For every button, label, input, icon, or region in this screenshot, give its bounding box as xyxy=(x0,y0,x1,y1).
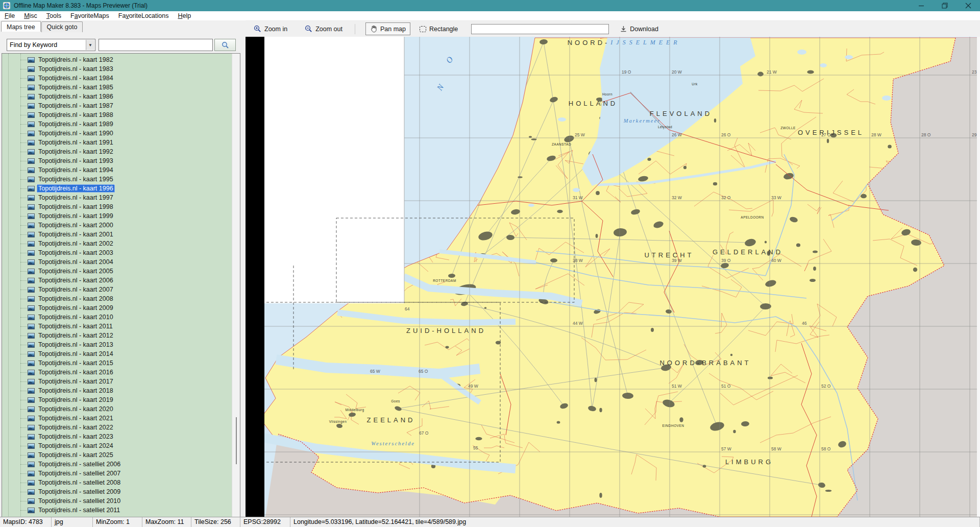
search-button[interactable] xyxy=(214,39,236,51)
tree-item[interactable]: Topotijdreis.nl - kaart 2020 xyxy=(2,404,232,414)
tree-item[interactable]: Topotijdreis.nl - kaart 2010 xyxy=(2,313,232,322)
tree-item-label: Topotijdreis.nl - kaart 2016 xyxy=(37,368,115,376)
coordinates-input[interactable] xyxy=(471,24,609,34)
tree-item-label: Topotijdreis.nl - kaart 1997 xyxy=(37,194,115,202)
tree-item-label: Topotijdreis.nl - kaart 1993 xyxy=(37,157,115,165)
tree-item[interactable]: Topotijdreis.nl - kaart 2009 xyxy=(2,303,232,313)
tree-item[interactable]: Topotijdreis.nl - kaart 1996 xyxy=(2,184,232,193)
tree-item[interactable]: Topotijdreis.nl - kaart 1989 xyxy=(2,119,232,129)
menu-item-misc[interactable]: Misc xyxy=(19,12,42,20)
map-label: ZWOLLE xyxy=(780,126,796,130)
tree-item[interactable]: Topotijdreis.nl - kaart 2015 xyxy=(2,358,232,368)
tree-item[interactable]: Topotijdreis.nl - kaart 2005 xyxy=(2,267,232,276)
pan-map-label: Pan map xyxy=(380,26,406,33)
tree-item[interactable]: Topotijdreis.nl - kaart 2017 xyxy=(2,377,232,386)
map-scrollbar[interactable] xyxy=(977,37,980,517)
tree-item[interactable]: Topotijdreis.nl - kaart 2022 xyxy=(2,423,232,432)
tree-item[interactable]: Topotijdreis.nl - kaart 1984 xyxy=(2,74,232,83)
tree-item[interactable]: Topotijdreis.nl - kaart 2025 xyxy=(2,450,232,460)
map-layer-icon xyxy=(28,489,35,495)
tree-item[interactable]: Topotijdreis.nl - kaart 1991 xyxy=(2,138,232,147)
chevron-down-icon[interactable]: ▼ xyxy=(86,40,94,50)
tree-item[interactable]: Topotijdreis.nl - kaart 1982 xyxy=(2,55,232,64)
tree-item[interactable]: Topotijdreis.nl - kaart 1998 xyxy=(2,202,232,211)
tree-item[interactable]: Topotijdreis.nl - satelliet 2010 xyxy=(2,496,232,506)
menu-item-favoritelocations[interactable]: FavoriteLocations xyxy=(114,12,174,20)
tree-item[interactable]: Topotijdreis.nl - satelliet 2007 xyxy=(2,469,232,478)
tree-connector xyxy=(20,106,27,106)
menu-item-favoritemaps[interactable]: FavoriteMaps xyxy=(66,12,114,20)
status-section: MapsID: 4783 xyxy=(0,517,52,527)
menu-item-help[interactable]: Help xyxy=(173,12,195,20)
tree-item[interactable]: Topotijdreis.nl - kaart 2014 xyxy=(2,349,232,358)
tree-item[interactable]: Topotijdreis.nl - kaart 2012 xyxy=(2,331,232,340)
tree-item[interactable]: Topotijdreis.nl - kaart 1993 xyxy=(2,156,232,165)
tree-item[interactable]: Topotijdreis.nl - kaart 2021 xyxy=(2,414,232,423)
tree-item[interactable]: Topotijdreis.nl - kaart 2013 xyxy=(2,340,232,349)
close-button[interactable] xyxy=(957,0,980,11)
tree-connector xyxy=(20,133,27,134)
map-label: 27 O xyxy=(821,132,831,137)
search-mode-select[interactable]: Find by Keyword ▼ xyxy=(7,39,95,51)
tree-scrollbar-thumb[interactable] xyxy=(236,417,237,464)
rectangle-icon xyxy=(420,26,426,32)
tree-item[interactable]: Topotijdreis.nl - satelliet 2011 xyxy=(2,506,232,515)
tree-item[interactable]: Topotijdreis.nl - kaart 2007 xyxy=(2,285,232,294)
tree-item[interactable]: Topotijdreis.nl - kaart 1994 xyxy=(2,165,232,175)
tree-connector xyxy=(20,409,27,410)
tree-item[interactable]: Topotijdreis.nl - kaart 2001 xyxy=(2,230,232,239)
tab-quick-goto[interactable]: Quick goto xyxy=(41,21,83,32)
tree-item[interactable]: Topotijdreis.nl - kaart 2016 xyxy=(2,368,232,377)
tree-item[interactable]: Topotijdreis.nl - kaart 1988 xyxy=(2,110,232,119)
minimize-button[interactable] xyxy=(910,0,933,11)
tree-item[interactable]: Topotijdreis.nl - kaart 2018 xyxy=(2,386,232,395)
map-layer-icon xyxy=(28,406,35,412)
tree-item[interactable]: Topotijdreis.nl - kaart 2006 xyxy=(2,276,232,285)
tree-item[interactable]: Topotijdreis.nl - kaart 1985 xyxy=(2,83,232,92)
tree-item[interactable]: Topotijdreis.nl - kaart 1992 xyxy=(2,147,232,156)
map-layer-icon xyxy=(28,397,35,403)
search-input[interactable] xyxy=(99,39,213,51)
tree-item[interactable]: Topotijdreis.nl - kaart 1983 xyxy=(2,64,232,74)
maximize-button[interactable] xyxy=(933,0,957,11)
tree-scrollbar[interactable] xyxy=(232,54,240,527)
tree-item[interactable]: Topotijdreis.nl - kaart 2019 xyxy=(2,395,232,404)
tree-item[interactable]: Topotijdreis.nl - satelliet 2006 xyxy=(2,460,232,469)
tab-maps-tree[interactable]: Maps tree xyxy=(1,21,41,32)
tree-item[interactable]: Topotijdreis.nl - kaart 1995 xyxy=(2,175,232,184)
tree-item[interactable]: Topotijdreis.nl - kaart 1986 xyxy=(2,92,232,101)
tree-item[interactable]: Topotijdreis.nl - kaart 1987 xyxy=(2,101,232,110)
zoom-out-button[interactable]: Zoom out xyxy=(301,23,347,35)
rectangle-button[interactable]: Rectangle xyxy=(415,23,462,35)
tree-item[interactable]: Topotijdreis.nl - kaart 1997 xyxy=(2,193,232,202)
tree-item[interactable]: Topotijdreis.nl - kaart 2003 xyxy=(2,248,232,257)
tree-connector xyxy=(20,69,27,69)
menu-item-tools[interactable]: Tools xyxy=(42,12,66,20)
tree-item[interactable]: Topotijdreis.nl - kaart 2023 xyxy=(2,432,232,441)
tree-item[interactable]: Topotijdreis.nl - kaart 2011 xyxy=(2,322,232,331)
map-layer-icon xyxy=(28,76,35,81)
tree-item[interactable]: Topotijdreis.nl - satelliet 2008 xyxy=(2,478,232,487)
tree-item[interactable]: Topotijdreis.nl - kaart 2004 xyxy=(2,257,232,267)
tree-item[interactable]: Topotijdreis.nl - kaart 1999 xyxy=(2,211,232,221)
tree-connector xyxy=(20,427,27,428)
tree-item[interactable]: Topotijdreis.nl - kaart 1990 xyxy=(2,129,232,138)
tree-item[interactable]: Topotijdreis.nl - kaart 2008 xyxy=(2,294,232,303)
map-layer-icon xyxy=(28,112,35,118)
tree-item[interactable]: Topotijdreis.nl - kaart 2000 xyxy=(2,221,232,230)
tree-item[interactable]: Topotijdreis.nl - kaart 2002 xyxy=(2,239,232,248)
tree-item[interactable]: Topotijdreis.nl - satelliet 2009 xyxy=(2,487,232,496)
map-label: 46 xyxy=(802,321,807,326)
map-viewport[interactable]: ON IJSSELMEERMarkermeerWesterschelde NOO… xyxy=(246,37,980,517)
tree-connector xyxy=(20,124,27,125)
tree-item-label: Topotijdreis.nl - kaart 1982 xyxy=(37,56,115,64)
map-label: Vlissingen xyxy=(329,420,347,424)
download-button[interactable]: Download xyxy=(616,23,663,35)
zoom-out-icon xyxy=(305,25,312,33)
tree-item[interactable]: Topotijdreis.nl - kaart 2024 xyxy=(2,441,232,450)
map-layer-icon xyxy=(28,85,35,90)
map-layer-icon xyxy=(28,287,35,293)
pan-map-button[interactable]: Pan map xyxy=(365,22,410,35)
menu-item-file[interactable]: File xyxy=(0,12,19,20)
zoom-in-button[interactable]: Zoom in xyxy=(250,23,291,35)
